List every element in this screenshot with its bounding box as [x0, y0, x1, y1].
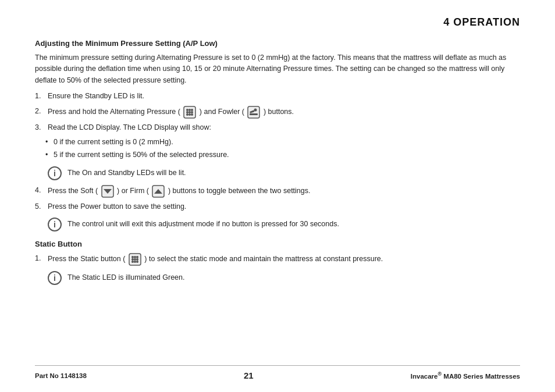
section1-intro: The minimum pressure setting during Alte… [35, 52, 520, 86]
svg-point-24 [136, 256, 138, 258]
steps-list-2: 4. Press the Soft ( ) or Firm ( ) but [35, 185, 520, 212]
info-icon-3: i [48, 271, 62, 285]
info-text-3: The Static LED is illuminated Green. [67, 270, 184, 283]
bullet-2-text: 5 if the current setting is 50% of the s… [54, 149, 229, 161]
info-icon-2: i [48, 218, 62, 231]
section2-heading: Static Button [35, 240, 520, 248]
step-1: 1. Ensure the Standby LED is lit. [35, 91, 520, 102]
svg-point-7 [186, 113, 188, 116]
bullet-list: • 0 if the current setting is 0 (2 mmHg)… [45, 137, 520, 161]
info-box-1: i The On and Standby LEDs will be lit. [48, 166, 520, 180]
footer-part-no: Part No 1148138 [35, 372, 87, 379]
svg-point-23 [134, 256, 136, 258]
alternating-pressure-icon [183, 106, 196, 119]
section1-heading: Adjusting the Minimum Pressure Setting (… [35, 39, 520, 48]
step-2-text: Press and hold the Alternating Pressure … [48, 106, 520, 119]
svg-point-27 [136, 261, 138, 263]
svg-point-5 [188, 111, 191, 113]
bullet-1: • 0 if the current setting is 0 (2 mmHg)… [45, 137, 520, 148]
page: 4 OPERATION Adjusting the Minimum Pressu… [0, 0, 555, 392]
page-title: 4 OPERATION [35, 16, 520, 28]
step-4-text: Press the Soft ( ) or Firm ( ) buttons t… [48, 185, 520, 198]
info-icon-1: i [48, 166, 62, 180]
step-3-text: Read the LCD Display. The LCD Display wi… [48, 122, 520, 133]
svg-point-21 [136, 258, 138, 261]
section2-step-1-text: Press the Static button ( [48, 253, 520, 266]
info-box-2: i The control unit will exit this adjust… [48, 217, 520, 231]
svg-point-25 [131, 261, 134, 263]
static-button-icon [129, 253, 141, 266]
bullet-dot-2: • [45, 149, 54, 161]
footer-page-number: 21 [244, 370, 254, 380]
step-1-text: Ensure the Standby LED is lit. [48, 91, 520, 102]
section2-step-1-num: 1. [35, 253, 48, 264]
info-text-1: The On and Standby LEDs will be lit. [67, 166, 186, 179]
step-1-num: 1. [35, 91, 48, 102]
svg-point-6 [191, 111, 193, 113]
info-text-2: The control unit will exit this adjustme… [67, 217, 339, 230]
svg-point-26 [134, 261, 136, 263]
svg-point-2 [188, 109, 191, 111]
step-2: 2. Press and hold the Alternating Pressu… [35, 106, 520, 119]
step-4-num: 4. [35, 185, 48, 196]
footer-brand: Invacare® MA80 Series Mattresses [411, 371, 520, 380]
bullet-1-text: 0 if the current setting is 0 (2 mmHg). [54, 137, 173, 148]
svg-point-1 [186, 109, 188, 111]
bullet-dot-1: • [45, 137, 54, 148]
svg-point-22 [131, 256, 134, 258]
svg-rect-10 [248, 106, 259, 118]
step-3: 3. Read the LCD Display. The LCD Display… [35, 122, 520, 133]
soft-button-icon [101, 185, 114, 198]
svg-point-8 [188, 113, 191, 116]
svg-point-19 [131, 258, 134, 261]
info-box-3: i The Static LED is illuminated Green. [48, 270, 520, 285]
svg-point-9 [191, 113, 193, 116]
svg-point-13 [254, 108, 257, 111]
step-3-num: 3. [35, 122, 48, 133]
step-2-num: 2. [35, 106, 48, 117]
svg-point-3 [191, 109, 193, 111]
bullet-2: • 5 if the current setting is 50% of the… [45, 149, 520, 161]
step-5-num: 5. [35, 201, 48, 212]
section2-step-1: 1. Press the Static button ( [35, 253, 520, 266]
svg-point-20 [134, 258, 136, 261]
step-5-text: Press the Power button to save the setti… [48, 201, 520, 212]
firm-button-icon [152, 185, 165, 198]
section2-steps: 1. Press the Static button ( [35, 253, 520, 266]
svg-rect-11 [250, 113, 258, 115]
steps-list: 1. Ensure the Standby LED is lit. 2. Pre… [35, 91, 520, 133]
svg-point-4 [186, 111, 188, 113]
fowler-icon [247, 106, 260, 119]
step-4: 4. Press the Soft ( ) or Firm ( ) but [35, 185, 520, 198]
footer: Part No 1148138 21 Invacare® MA80 Series… [35, 365, 520, 380]
step-5: 5. Press the Power button to save the se… [35, 201, 520, 212]
section2: Static Button 1. Press the Static button… [35, 240, 520, 285]
